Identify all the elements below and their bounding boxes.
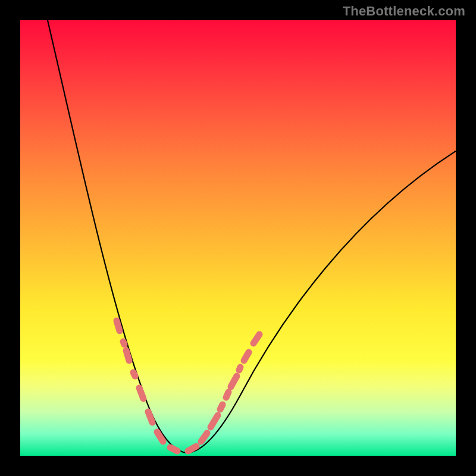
svg-line-10 xyxy=(211,415,218,427)
svg-line-3 xyxy=(133,372,135,376)
svg-line-7 xyxy=(170,447,177,451)
plot-area xyxy=(20,20,456,456)
marker-cluster-right xyxy=(188,334,259,451)
svg-line-0 xyxy=(117,321,120,331)
svg-line-2 xyxy=(126,350,129,361)
svg-line-15 xyxy=(244,352,249,361)
svg-line-13 xyxy=(231,376,237,387)
svg-line-12 xyxy=(226,392,228,397)
chart-container: TheBottleneck.com xyxy=(0,0,476,476)
svg-line-1 xyxy=(123,342,124,345)
svg-line-4 xyxy=(139,388,143,399)
bottleneck-curve-layer xyxy=(20,20,456,456)
svg-line-16 xyxy=(253,334,259,343)
svg-line-5 xyxy=(148,412,152,422)
bottleneck-curve xyxy=(48,20,456,453)
svg-line-11 xyxy=(220,405,223,409)
svg-line-14 xyxy=(239,367,240,370)
svg-line-8 xyxy=(188,446,196,451)
svg-line-9 xyxy=(201,433,207,441)
watermark-text: TheBottleneck.com xyxy=(343,4,465,19)
marker-cluster-left xyxy=(117,321,177,451)
